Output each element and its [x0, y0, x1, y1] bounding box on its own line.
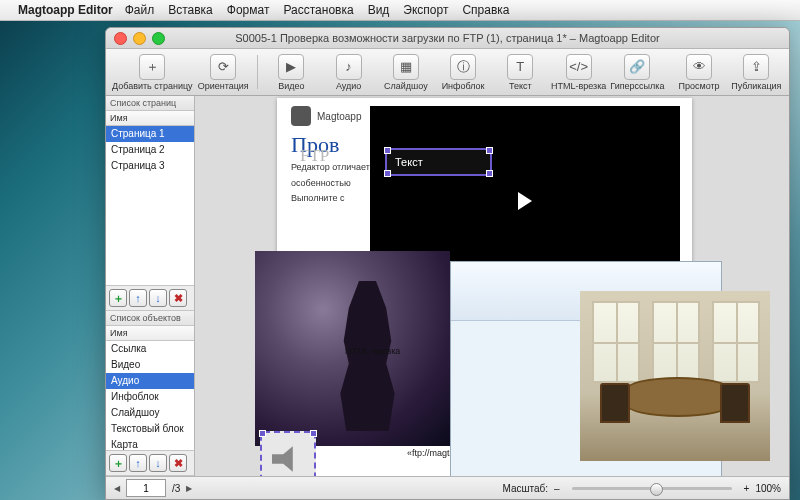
video-button[interactable]: ▶Видео	[265, 51, 318, 93]
window-titlebar[interactable]: S0005-1 Проверка возможности загрузки по…	[106, 28, 789, 49]
html-object-label: HTML-врезка	[345, 346, 400, 356]
audio-button[interactable]: ♪Аудио	[322, 51, 375, 93]
pages-btnrow: ＋ ↑ ↓ ✖	[106, 285, 194, 311]
resize-handle[interactable]	[486, 170, 493, 177]
text-object-label: Текст	[395, 156, 423, 168]
html-button[interactable]: </>HTML-врезка	[551, 51, 606, 93]
menu-format[interactable]: Формат	[227, 3, 270, 17]
hyperlink-button[interactable]: 🔗Гиперссылка	[610, 51, 664, 93]
zoom-out-button[interactable]: –	[554, 483, 560, 494]
zoom-label: Масштаб:	[502, 483, 548, 494]
page-row[interactable]: Страница 2	[106, 142, 194, 158]
canvas[interactable]: MagtoappЭдержки Пров Редактор отличается…	[195, 96, 789, 476]
sidebar: Список страниц Имя Страница 1 Страница 2…	[106, 96, 195, 476]
menu-help[interactable]: Справка	[462, 3, 509, 17]
resize-handle[interactable]	[310, 430, 317, 437]
page-up-button[interactable]: ↑	[129, 289, 147, 307]
link-icon: 🔗	[624, 54, 650, 80]
orientation-icon: ⟳	[210, 54, 236, 80]
ftp-bg-text: FTP	[300, 146, 329, 166]
object-up-button[interactable]: ↑	[129, 454, 147, 472]
object-row[interactable]: Слайдшоу	[106, 405, 194, 421]
menu-insert[interactable]: Вставка	[168, 3, 213, 17]
page-next-button[interactable]: ▶	[186, 484, 192, 493]
page-prev-button[interactable]: ◀	[114, 484, 120, 493]
object-delete-button[interactable]: ✖	[169, 454, 187, 472]
publish-button[interactable]: ⇪Публикация	[730, 51, 783, 93]
menu-view[interactable]: Вид	[368, 3, 390, 17]
app-menu[interactable]: Magtoapp Editor	[18, 3, 113, 17]
slideshow-button[interactable]: ▦Слайдшоу	[379, 51, 432, 93]
os-menubar: Magtoapp Editor Файл Вставка Формат Расс…	[0, 0, 800, 21]
video-icon: ▶	[278, 54, 304, 80]
objects-panel-title: Список объектов	[106, 311, 194, 326]
slideshow-icon: ▦	[393, 54, 419, 80]
info-icon: ⓘ	[450, 54, 476, 80]
html-icon: </>	[566, 54, 592, 80]
app-window: S0005-1 Проверка возможности загрузки по…	[105, 27, 790, 500]
text-object-selected[interactable]: Текст	[385, 148, 492, 176]
object-down-button[interactable]: ↓	[149, 454, 167, 472]
objects-btnrow: ＋ ↑ ↓ ✖	[106, 450, 194, 476]
resize-handle[interactable]	[486, 147, 493, 154]
resize-handle[interactable]	[384, 147, 391, 154]
audio-icon: ♪	[336, 54, 362, 80]
window-title: S0005-1 Проверка возможности загрузки по…	[106, 32, 789, 44]
play-icon	[518, 192, 532, 210]
menu-file[interactable]: Файл	[125, 3, 155, 17]
speaker-icon	[272, 443, 304, 475]
toolbar: ＋Добавить страницу ⟳Ориентация ▶Видео ♪А…	[106, 49, 789, 96]
zoom-value: 100%	[755, 483, 781, 494]
page-down-button[interactable]: ↓	[149, 289, 167, 307]
object-row[interactable]: Инфоблок	[106, 389, 194, 405]
zoom-slider[interactable]	[572, 487, 732, 490]
status-bar: ◀ /3 ▶ Масштаб: – + 100%	[106, 476, 789, 499]
plus-icon: ＋	[139, 54, 165, 80]
text-icon: T	[507, 54, 533, 80]
preview-button[interactable]: 👁Просмотр	[672, 51, 725, 93]
pages-col-name[interactable]: Имя	[106, 111, 194, 126]
orientation-button[interactable]: ⟳Ориентация	[197, 51, 250, 93]
objects-col-name[interactable]: Имя	[106, 326, 194, 341]
object-row[interactable]: Ссылка	[106, 341, 194, 357]
page-total: /3	[172, 483, 180, 494]
interior-photo-object[interactable]	[580, 291, 770, 461]
page-delete-button[interactable]: ✖	[169, 289, 187, 307]
page-add-button[interactable]: ＋	[109, 289, 127, 307]
resize-handle[interactable]	[259, 430, 266, 437]
object-row[interactable]: Аудио	[106, 373, 194, 389]
html-object[interactable]: HTML-врезка	[255, 251, 450, 446]
pages-list: Страница 1 Страница 2 Страница 3	[106, 126, 194, 176]
upload-icon: ⇪	[743, 54, 769, 80]
doc-app-icon	[291, 106, 311, 126]
menu-arrange[interactable]: Расстановка	[283, 3, 353, 17]
menu-export[interactable]: Экспорт	[403, 3, 448, 17]
objects-list: Ссылка Видео Аудио Инфоблок Слайдшоу Тек…	[106, 341, 194, 450]
object-row[interactable]: Карта	[106, 437, 194, 450]
doc-app-name: Magtoapp	[317, 111, 361, 122]
zoom-slider-knob[interactable]	[650, 483, 663, 496]
object-row[interactable]: Текстовый блок	[106, 421, 194, 437]
add-page-button[interactable]: ＋Добавить страницу	[112, 51, 193, 93]
audio-object-selected[interactable]	[260, 431, 316, 476]
pages-panel-title: Список страниц	[106, 96, 194, 111]
object-add-button[interactable]: ＋	[109, 454, 127, 472]
eye-icon: 👁	[686, 54, 712, 80]
page-number-input[interactable]	[126, 479, 166, 497]
resize-handle[interactable]	[384, 170, 391, 177]
page-row[interactable]: Страница 3	[106, 158, 194, 174]
page-row[interactable]: Страница 1	[106, 126, 194, 142]
object-row[interactable]: Видео	[106, 357, 194, 373]
infoblock-button[interactable]: ⓘИнфоблок	[436, 51, 489, 93]
text-button[interactable]: TТекст	[494, 51, 547, 93]
zoom-in-button[interactable]: +	[744, 483, 750, 494]
